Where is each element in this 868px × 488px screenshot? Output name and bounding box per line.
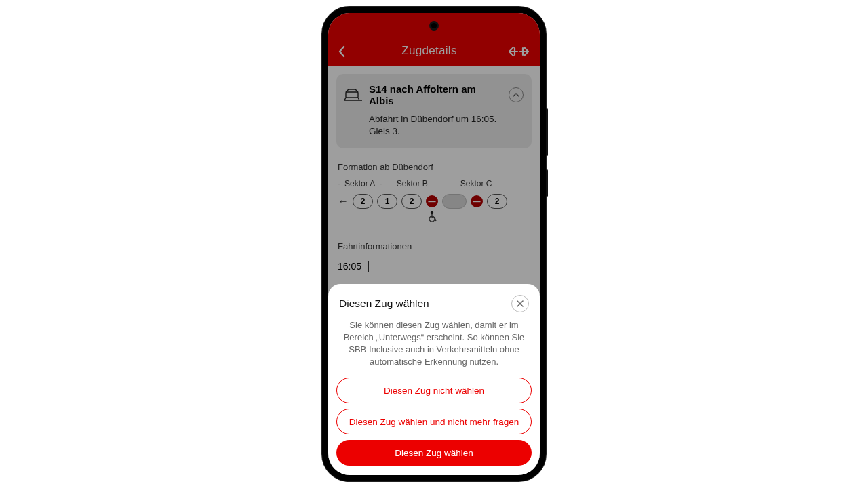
- phone-frame: Zugdetails: [322, 7, 546, 481]
- choose-and-dont-ask-button[interactable]: Diesen Zug wählen und nicht mehr fragen: [336, 409, 532, 434]
- power-button: [546, 169, 548, 197]
- front-camera: [429, 21, 439, 30]
- sheet-description: Sie können diesen Zug wählen, damit er i…: [336, 319, 532, 378]
- close-button[interactable]: [511, 295, 529, 312]
- choose-train-button[interactable]: Diesen Zug wählen: [336, 440, 532, 466]
- screen: Zugdetails: [328, 13, 540, 475]
- sheet-title: Diesen Zug wählen: [339, 298, 429, 310]
- bottom-sheet: Diesen Zug wählen Sie können diesen Zug …: [328, 284, 540, 475]
- volume-button: [546, 108, 548, 156]
- dont-choose-button[interactable]: Diesen Zug nicht wählen: [336, 378, 532, 403]
